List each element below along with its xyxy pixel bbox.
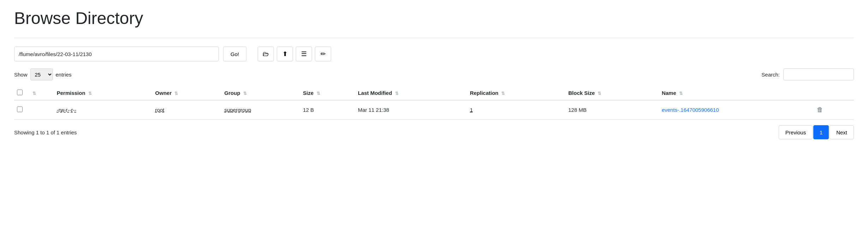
header-actions [811,86,854,100]
upload-icon-button[interactable]: ⬆ [277,47,293,61]
row-last-modified-cell: Mar 11 21:38 [355,100,467,120]
table-header-row: ⇅ Permission ⇅ Owner ⇅ Group ⇅ Size ⇅ La… [14,86,854,100]
icon-button-group: 🗁 ⬆ ☰ ✏ [258,47,331,61]
show-entries-group: Show 10 25 50 100 entries [14,68,72,80]
header-group[interactable]: Group ⇅ [222,86,300,100]
sort-replication-icon: ⇅ [501,91,505,96]
sort-block-size-icon: ⇅ [598,91,601,96]
upload-icon: ⬆ [282,50,288,58]
row-checkbox[interactable] [17,107,23,112]
edit-icon: ✏ [321,50,326,58]
sort-group-icon: ⇅ [243,91,247,96]
go-button[interactable]: Go! [223,47,246,61]
row-size-cell: 12 B [300,100,355,120]
block-size-label: Block Size [568,90,595,96]
header-checkbox-cell [14,86,28,100]
header-block-size[interactable]: Block Size ⇅ [565,86,659,100]
next-button[interactable]: Next [830,125,854,139]
previous-button[interactable]: Previous [779,125,813,139]
row-replication-cell: 1 [467,100,565,120]
edit-icon-button[interactable]: ✏ [315,47,331,61]
search-label: Search: [761,72,780,78]
replication-label: Replication [470,90,498,96]
row-permission-link[interactable]: -rw-r--r-- [57,107,77,113]
select-all-checkbox[interactable] [17,90,23,95]
sort-name-icon: ⇅ [679,91,683,96]
list-icon: ☰ [301,50,307,58]
entries-select[interactable]: 10 25 50 100 [30,68,53,80]
table-row: -rw-r--r-- root supergroup 12 B Mar 11 2… [14,100,854,120]
name-label: Name [662,90,676,96]
row-group-cell: supergroup [222,100,300,120]
row-permission-cell: -rw-r--r-- [54,100,152,120]
row-actions-cell: 🗑 [811,100,854,120]
folder-icon-button[interactable]: 🗁 [258,47,274,61]
row-name-cell: events-.1647005906610 [659,100,811,120]
folder-icon: 🗁 [263,50,269,58]
sort-permission-icon: ⇅ [88,91,92,96]
row-owner-link[interactable]: root [155,107,164,113]
list-icon-button[interactable]: ☰ [296,47,312,61]
search-input[interactable] [783,68,854,80]
header-replication[interactable]: Replication ⇅ [467,86,565,100]
row-replication-link[interactable]: 1 [470,107,473,113]
pagination: Previous 1 Next [779,125,854,139]
sort-owner-icon: ⇅ [174,91,178,96]
search-group: Search: [761,68,854,80]
sort-last-modified-icon: ⇅ [395,91,399,96]
controls-row: Show 10 25 50 100 entries Search: [14,68,854,80]
row-block-size-value: 128 MB [568,107,587,113]
permission-label: Permission [57,90,85,96]
show-label: Show [14,72,28,78]
header-name[interactable]: Name ⇅ [659,86,811,100]
size-label: Size [303,90,313,96]
directory-table: ⇅ Permission ⇅ Owner ⇅ Group ⇅ Size ⇅ La… [14,86,854,120]
path-input[interactable] [14,47,219,61]
header-owner[interactable]: Owner ⇅ [152,86,222,100]
header-permission[interactable]: Permission ⇅ [54,86,152,100]
row-size-value: 12 B [303,107,314,113]
path-row: Go! 🗁 ⬆ ☰ ✏ [14,47,854,61]
section-divider [14,38,854,38]
row-sort-cell [28,100,54,120]
header-size[interactable]: Size ⇅ [300,86,355,100]
row-delete-button[interactable]: 🗑 [814,105,826,115]
summary-text: Showing 1 to 1 of 1 entries [14,129,77,135]
current-page-number[interactable]: 1 [813,125,829,139]
group-label: Group [225,90,240,96]
sort-size-icon: ⇅ [317,91,320,96]
last-modified-label: Last Modified [358,90,392,96]
row-owner-cell: root [152,100,222,120]
owner-label: Owner [155,90,172,96]
header-sort-default[interactable]: ⇅ [28,86,54,100]
entries-label: entries [56,72,72,78]
footer-row: Showing 1 to 1 of 1 entries Previous 1 N… [14,125,854,139]
row-block-size-cell: 128 MB [565,100,659,120]
row-file-link[interactable]: events-.1647005906610 [662,107,719,113]
row-last-modified-value: Mar 11 21:38 [358,107,389,113]
row-group-link[interactable]: supergroup [225,107,251,113]
header-last-modified[interactable]: Last Modified ⇅ [355,86,467,100]
row-checkbox-cell [14,100,28,120]
page-title: Browse Directory [14,8,854,28]
sort-default-icon: ⇅ [32,91,36,96]
